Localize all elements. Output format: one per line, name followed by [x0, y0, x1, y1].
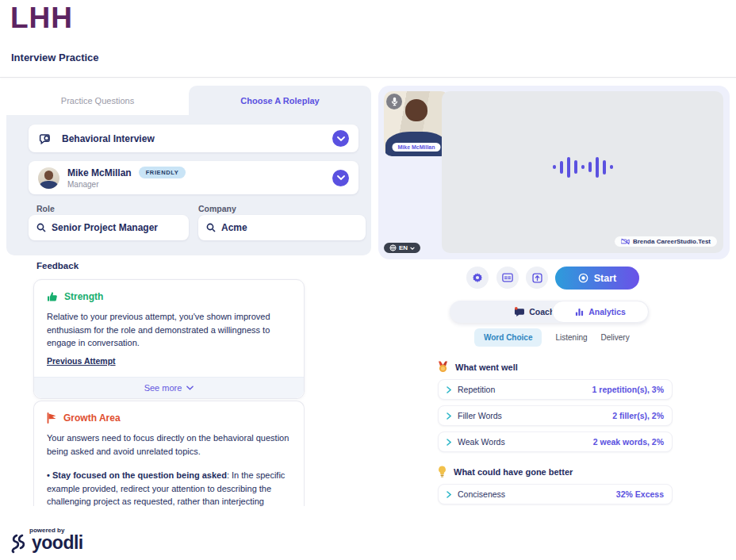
start-label: Start [594, 273, 616, 284]
coaching-analytics-tabs: Coaching (10) Analytics [450, 301, 649, 323]
subtab-word-choice[interactable]: Word Choice [474, 328, 542, 347]
yoodli-logo: yoodli [10, 532, 83, 554]
subtab-delivery[interactable]: Delivery [601, 333, 630, 342]
settings-button[interactable] [466, 267, 489, 289]
header-divider [0, 77, 736, 78]
analytics-label: Analytics [588, 307, 626, 316]
coaching-chat-icon [514, 307, 524, 316]
thumbs-up-icon [47, 291, 58, 302]
user-video-screen: Brenda CareerStudio.Test [442, 91, 723, 253]
participant-name-pill: Mike McMillan [392, 143, 440, 152]
search-icon [206, 223, 216, 232]
globe-icon [389, 244, 397, 251]
see-more-button[interactable]: See more [34, 377, 304, 398]
yoodli-logo-icon [10, 533, 29, 554]
lightbulb-icon [438, 466, 447, 478]
roleplay-tabbar: Practice Questions Choose A Roleplay [6, 86, 371, 115]
growth-bullet: • Stay focused on the question being ask… [34, 461, 304, 506]
chevron-down-icon [410, 247, 415, 250]
gone-better-title: What could have gone better [454, 467, 573, 477]
medal-icon [438, 361, 448, 373]
scenario-expand-button[interactable] [332, 130, 349, 147]
chevron-right-icon [447, 412, 451, 420]
watermark-label: Brenda CareerStudio.Test [633, 238, 711, 245]
gear-icon [472, 272, 483, 283]
growth-bullet-bold: • Stay focused on the question being ask… [47, 470, 227, 480]
company-field [198, 215, 366, 240]
upload-icon [532, 273, 542, 283]
growth-area-title: Growth Area [63, 412, 121, 424]
company-input[interactable] [221, 222, 358, 233]
chevron-right-icon [447, 491, 451, 498]
interview-practice-app: LHH Interview Practice Practice Question… [0, 0, 736, 560]
interview-chat-icon [38, 132, 54, 146]
metric-row-repetition[interactable]: Repetition 1 repetition(s), 3% [438, 379, 673, 400]
growth-body: Your answers need to focus directly on t… [34, 424, 304, 458]
role-field-label: Role [36, 204, 55, 213]
yoodli-wordmark: yoodli [32, 532, 83, 554]
role-input[interactable] [52, 222, 181, 233]
scenario-selector[interactable]: Behavioral Interview [29, 125, 358, 152]
persona-expand-button[interactable] [332, 170, 349, 186]
chevron-right-icon [447, 439, 451, 446]
subtab-listening[interactable]: Listening [555, 333, 587, 342]
strength-card: Strength Relative to your previous attem… [33, 279, 305, 399]
strength-title: Strength [64, 291, 103, 302]
tab-analytics[interactable]: Analytics [552, 301, 649, 323]
growth-card-clip: Growth Area Your answers need to focus d… [33, 401, 305, 506]
tab-practice-questions[interactable]: Practice Questions [6, 86, 189, 115]
scenario-label: Behavioral Interview [62, 133, 155, 144]
video-off-icon [621, 238, 630, 245]
video-stage-panel: Mike McMillan Brenda CareerStudio.Test [378, 86, 730, 259]
notes-card-icon [502, 273, 513, 282]
role-field [29, 215, 189, 240]
persona-name: Mike McMillan [67, 167, 132, 178]
previous-attempt-link[interactable]: Previous Attempt [47, 356, 116, 366]
see-more-label: See more [144, 383, 182, 393]
roleplay-config-panel: Behavioral Interview Mike McMillan FRIEN… [6, 115, 371, 255]
gone-better-heading: What could have gone better [438, 466, 573, 478]
record-icon [578, 273, 588, 283]
feedback-heading: Feedback [36, 261, 79, 270]
audio-waveform-icon [553, 157, 613, 178]
tab-choose-a-roleplay[interactable]: Choose A Roleplay [189, 86, 371, 115]
strength-body: Relative to your previous attempt, you'v… [34, 302, 304, 350]
company-field-label: Company [198, 204, 236, 213]
start-button[interactable]: Start [555, 267, 639, 290]
metric-row-weak-words[interactable]: Weak Words 2 weak words, 2% [438, 432, 673, 452]
share-upload-button[interactable] [526, 267, 548, 289]
metric-row-filler-words[interactable]: Filler Words 2 filler(s), 2% [438, 405, 673, 426]
search-icon [36, 223, 46, 232]
page-title: Interview Practice [11, 52, 99, 63]
mic-icon[interactable] [386, 94, 402, 109]
lhh-logo: LHH [10, 2, 73, 35]
flag-icon [47, 412, 57, 424]
analytics-subtabs: Word Choice Listening Delivery [474, 328, 630, 347]
went-well-title: What went well [455, 362, 518, 372]
persona-avatar [38, 167, 59, 189]
bar-chart-icon [575, 308, 584, 316]
persona-role: Manager [67, 180, 186, 189]
chevron-right-icon [447, 386, 451, 393]
language-label: EN [399, 244, 408, 251]
went-well-heading: What went well [438, 361, 518, 373]
metric-row-conciseness[interactable]: Conciseness 32% Excess [438, 484, 673, 504]
persona-selector[interactable]: Mike McMillan FRIENDLY Manager [29, 161, 358, 194]
chevron-down-icon [186, 385, 194, 390]
growth-area-card: Growth Area Your answers need to focus d… [33, 401, 305, 506]
language-selector[interactable]: EN [384, 243, 420, 253]
participant-video-thumbnail[interactable]: Mike McMillan [384, 91, 449, 156]
account-watermark: Brenda CareerStudio.Test [615, 236, 717, 247]
persona-temperament-badge: FRIENDLY [139, 167, 186, 178]
teleprompter-button[interactable] [496, 267, 519, 289]
